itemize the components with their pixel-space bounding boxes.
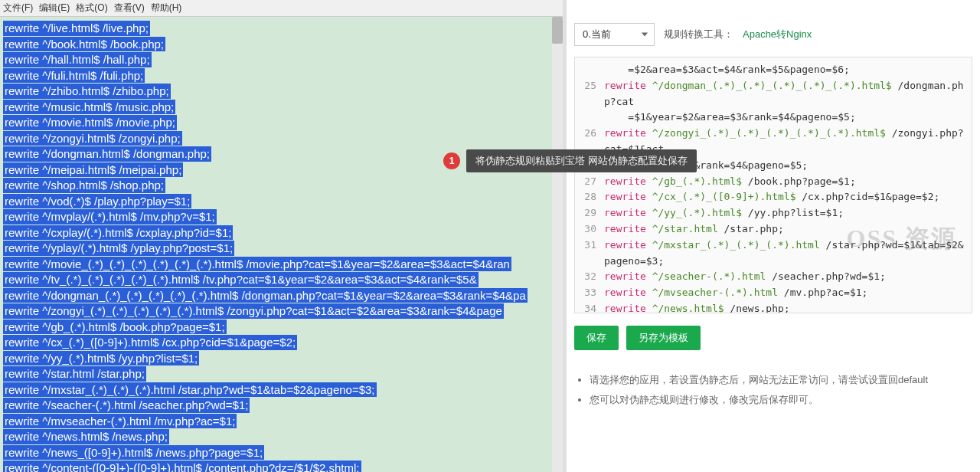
menu-bar: 文件(F)编辑(E)格式(O)查看(V)帮助(H) [0,0,563,17]
left-editor-panel: 文件(F)编辑(E)格式(O)查看(V)帮助(H) rewrite ^/live… [0,0,563,472]
scroll-thumb[interactable] [552,17,563,44]
editor-line[interactable]: rewrite ^/movie.html$ /movie.php; [3,115,177,130]
code-line[interactable]: =$1&year=$2&area=$3&rank=$4&pageno=$5; [575,110,972,126]
code-line[interactable]: 33rewrite ^/mvseacher-(.*).html /mv.php?… [575,285,972,301]
code-line[interactable]: 31rewrite ^/mxstar_(.*)_(.*)_(.*).html /… [575,238,972,270]
editor-line[interactable]: rewrite ^/mvplay/(.*).html$ /mv.php?v=$1… [3,209,217,225]
editor-line[interactable]: rewrite ^/cxplay/(.*).html$ /cxplay.php?… [3,225,233,241]
editor-line[interactable]: rewrite ^/yplay/(.*).html$ /yplay.php?po… [3,241,234,256]
tool-label: 规则转换工具： [664,28,733,41]
editor-line[interactable]: rewrite ^/content-([0-9]+)-([0-9]+).html… [3,461,361,472]
menu-item[interactable]: 查看(V) [114,2,145,15]
preset-dropdown[interactable]: 0.当前 [574,23,655,46]
editor-line[interactable]: rewrite ^/news_([0-9]+).html$ /news.php?… [3,445,264,461]
editor-line[interactable]: rewrite ^/mxstar_(.*)_(.*)_(.*).html /st… [3,382,377,398]
menu-item[interactable]: 编辑(E) [39,2,70,15]
instruction-tooltip: 1 将伪静态规则粘贴到宝塔 网站伪静态配置处保存 [443,149,697,172]
editor-line[interactable]: rewrite ^/fuli.html$ /fuli.php; [3,68,145,84]
editor-line[interactable]: rewrite ^/live.html$ /live.php; [3,21,150,36]
editor-line[interactable]: rewrite ^/star.html /star.php; [3,366,146,382]
editor-line[interactable]: rewrite ^/zongyi.html$ /zongyi.php; [3,131,182,146]
code-line[interactable]: 34rewrite ^/news.html$ /news.php; [575,301,972,313]
code-line[interactable]: 28rewrite ^/cx_(.*)_([0-9]+).html$ /cx.p… [575,189,972,205]
tooltip-text: 将伪静态规则粘贴到宝塔 网站伪静态配置处保存 [466,149,697,172]
code-line[interactable]: 29rewrite ^/yy_(.*).html$ /yy.php?list=$… [575,205,972,221]
editor-line[interactable]: rewrite ^/seacher-(.*).html /seacher.php… [3,398,250,413]
editor-line[interactable]: rewrite ^/dongman.html$ /dongman.php; [3,146,211,162]
editor-line[interactable]: rewrite ^/dongman_(.*)_(.*)_(.*)_(.*)_(.… [3,288,528,303]
editor-line[interactable]: rewrite ^/hall.html$ /hall.php; [3,52,152,67]
editor-line[interactable]: rewrite ^/cx_(.*)_([0-9]+).html$ /cx.php… [3,335,297,350]
editor-line[interactable]: rewrite ^/mvseacher-(.*).html /mv.php?ac… [3,414,237,429]
editor-line[interactable]: rewrite ^/gb_(.*).html$ /book.php?page=$… [3,320,227,335]
scrollbar[interactable] [552,17,563,472]
code-editor[interactable]: =$2&area=$3&act=$4&rank=$5&pageno=$6;25r… [574,57,972,313]
editor-line[interactable]: rewrite ^/yy_(.*).html$ /yy.php?list=$1; [3,351,199,366]
button-row: 保存 另存为模板 [574,313,972,362]
menu-item[interactable]: 帮助(H) [151,2,182,15]
save-template-button[interactable]: 另存为模板 [626,326,701,350]
save-button[interactable]: 保存 [574,326,619,350]
apache-nginx-link[interactable]: Apache转Nginx [743,28,812,41]
top-controls: 0.当前 规则转换工具： Apache转Nginx [574,0,972,57]
editor-line[interactable]: rewrite ^/vod(.*)$ /play.php?play=$1; [3,194,191,209]
editor-line[interactable]: rewrite ^/zhibo.html$ /zhibo.php; [3,84,171,99]
editor-line[interactable]: rewrite ^/zongyi_(.*)_(.*)_(.*)_(.*)_(.*… [3,303,504,319]
code-line[interactable]: =$2&area=$3&act=$4&rank=$5&pageno=$6; [575,62,972,78]
tip-item: 您可以对伪静态规则进行修改，修改完后保存即可。 [590,390,972,410]
code-line[interactable]: 27rewrite ^/gb_(.*).html$ /book.php?page… [575,174,972,190]
editor-line[interactable]: rewrite ^/tv_(.*)_(.*)_(.*)_(.*)_(.*).ht… [3,272,479,287]
help-tips: 请选择您的应用，若设置伪静态后，网站无法正常访问，请尝试设置回default您可… [574,362,972,418]
code-line[interactable]: 32rewrite ^/seacher-(.*).html /seacher.p… [575,269,972,285]
editor-line[interactable]: rewrite ^/shop.html$ /shop.php; [3,178,165,193]
code-line[interactable]: 30rewrite ^/star.html /star.php; [575,221,972,238]
menu-item[interactable]: 文件(F) [3,2,33,15]
tip-item: 请选择您的应用，若设置伪静态后，网站无法正常访问，请尝试设置回default [590,370,972,390]
right-config-panel: 0.当前 规则转换工具： Apache转Nginx =$2&area=$3&ac… [567,0,980,472]
editor-line[interactable]: rewrite ^/news.html$ /news.php; [3,429,169,444]
editor-line[interactable]: rewrite ^/movie_(.*)_(.*)_(.*)_(.*)_(.*)… [3,257,511,272]
menu-item[interactable]: 格式(O) [76,2,107,15]
editor-line[interactable]: rewrite ^/meipai.html$ /meipai.php; [3,162,183,178]
text-editor[interactable]: rewrite ^/live.html$ /live.php;rewrite ^… [0,17,563,472]
code-line[interactable]: 25rewrite ^/dongman_(.*)_(.*)_(.*)_(.*)_… [575,78,972,110]
tooltip-step-badge: 1 [443,152,460,169]
editor-line[interactable]: rewrite ^/book.html$ /book.php; [3,37,165,52]
editor-line[interactable]: rewrite ^/music.html$ /music.php; [3,100,175,115]
